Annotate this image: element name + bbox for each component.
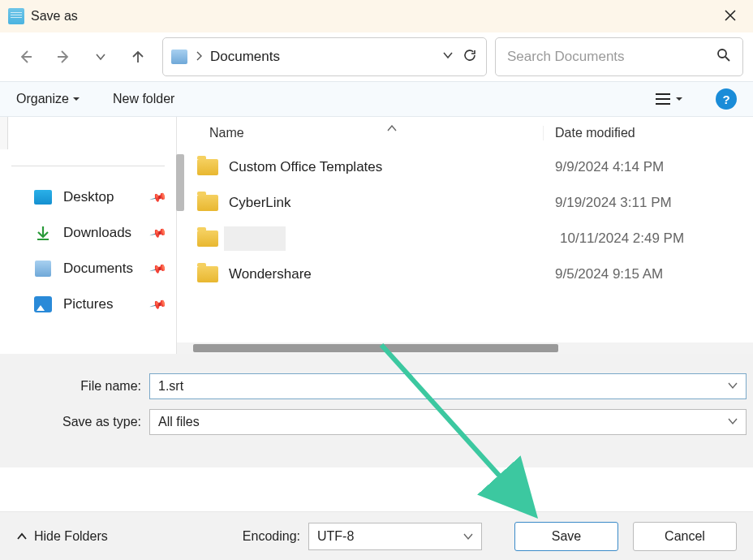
encoding-dropdown-icon xyxy=(463,529,473,544)
scrollbar-thumb[interactable] xyxy=(193,344,558,352)
file-name-redacted xyxy=(224,226,286,251)
file-name: Custom Office Templates xyxy=(229,159,544,175)
type-label: Save as type: xyxy=(6,415,149,429)
footer: Hide Folders Encoding: UTF-8 Save Cancel xyxy=(0,511,753,560)
documents-icon xyxy=(35,261,51,277)
title-bar: Save as xyxy=(0,0,753,32)
main-area: Desktop 📌 Downloads 📌 Documents 📌 Pictur… xyxy=(0,117,753,354)
column-date[interactable]: Date modified xyxy=(544,126,753,140)
help-button[interactable]: ? xyxy=(716,88,737,110)
desktop-icon xyxy=(34,190,52,205)
file-name: CyberLink xyxy=(229,195,544,211)
filename-label: File name: xyxy=(6,379,149,394)
filename-dropdown-icon[interactable] xyxy=(728,381,738,392)
address-dropdown[interactable] xyxy=(442,50,454,64)
save-button[interactable]: Save xyxy=(514,522,618,551)
file-list: Name Date modified Custom Office Templat… xyxy=(177,117,753,354)
file-row[interactable]: CyberLink 9/19/2024 3:11 PM xyxy=(177,185,753,221)
svg-point-0 xyxy=(718,50,726,58)
pictures-icon xyxy=(34,296,52,312)
toolbar: Organize New folder ? xyxy=(0,81,753,117)
encoding-label: Encoding: xyxy=(243,529,300,544)
sidebar-item-downloads[interactable]: Downloads 📌 xyxy=(0,215,176,251)
cancel-button[interactable]: Cancel xyxy=(633,522,737,551)
pin-icon: 📌 xyxy=(148,224,167,242)
pin-icon: 📌 xyxy=(148,188,167,206)
type-select[interactable]: All files xyxy=(149,409,747,435)
sidebar-collapse-tab[interactable] xyxy=(0,117,8,149)
sidebar-divider xyxy=(11,166,165,166)
view-options-button[interactable] xyxy=(656,93,683,106)
forward-button[interactable] xyxy=(52,45,75,68)
save-form: File name: 1.srt Save as type: All files xyxy=(0,354,753,467)
folder-icon xyxy=(197,195,218,211)
file-date: 10/11/2024 2:49 PM xyxy=(549,230,684,247)
nav-bar: Documents xyxy=(0,32,753,81)
back-button[interactable] xyxy=(15,45,37,68)
sidebar-item-documents[interactable]: Documents 📌 xyxy=(0,251,176,286)
window-title: Save as xyxy=(31,9,78,24)
file-row[interactable]: 10/11/2024 2:49 PM xyxy=(177,221,753,256)
search-box[interactable] xyxy=(495,37,743,76)
up-button[interactable] xyxy=(127,45,149,68)
search-input[interactable] xyxy=(507,49,716,65)
folder-icon xyxy=(197,266,218,282)
recent-dropdown[interactable] xyxy=(89,45,112,68)
file-row[interactable]: Wondershare 9/5/2024 9:15 AM xyxy=(177,256,753,292)
notepad-icon xyxy=(8,8,24,24)
sidebar: Desktop 📌 Downloads 📌 Documents 📌 Pictur… xyxy=(0,117,177,354)
sidebar-item-label: Pictures xyxy=(63,296,113,312)
search-icon xyxy=(716,48,731,66)
type-value: All files xyxy=(158,415,728,429)
downloads-icon xyxy=(34,225,52,241)
folder-icon xyxy=(197,230,218,247)
breadcrumb-separator-icon xyxy=(196,51,202,63)
pin-icon: 📌 xyxy=(148,295,167,313)
column-name[interactable]: Name xyxy=(177,126,544,140)
address-bar[interactable]: Documents xyxy=(162,37,487,76)
refresh-button[interactable] xyxy=(462,47,478,67)
encoding-value: UTF-8 xyxy=(317,529,354,544)
file-name: Wondershare xyxy=(229,266,544,282)
file-date: 9/19/2024 3:11 PM xyxy=(544,195,672,211)
type-dropdown-icon[interactable] xyxy=(728,416,738,428)
sidebar-item-label: Documents xyxy=(63,261,133,277)
filename-input[interactable]: 1.srt xyxy=(149,373,747,399)
breadcrumb-location[interactable]: Documents xyxy=(210,49,434,65)
sidebar-item-label: Desktop xyxy=(63,189,114,205)
folder-icon xyxy=(197,159,218,175)
encoding-select[interactable]: UTF-8 xyxy=(308,523,482,550)
sidebar-item-label: Downloads xyxy=(63,225,131,241)
hide-folders-button[interactable]: Hide Folders xyxy=(16,529,108,544)
column-headers: Name Date modified xyxy=(177,117,753,149)
pin-icon: 📌 xyxy=(148,260,167,278)
filename-value: 1.srt xyxy=(158,379,728,394)
documents-folder-icon xyxy=(171,50,187,64)
file-row[interactable]: Custom Office Templates 9/9/2024 4:14 PM xyxy=(177,149,753,185)
sort-indicator-icon xyxy=(387,123,397,134)
close-button[interactable] xyxy=(716,4,745,29)
sidebar-item-pictures[interactable]: Pictures 📌 xyxy=(0,286,176,322)
file-date: 9/9/2024 4:14 PM xyxy=(544,159,664,175)
horizontal-scrollbar[interactable] xyxy=(177,342,753,354)
file-date: 9/5/2024 9:15 AM xyxy=(544,266,663,282)
sidebar-item-desktop[interactable]: Desktop 📌 xyxy=(0,179,176,215)
organize-button[interactable]: Organize xyxy=(16,92,80,106)
new-folder-button[interactable]: New folder xyxy=(113,92,174,106)
